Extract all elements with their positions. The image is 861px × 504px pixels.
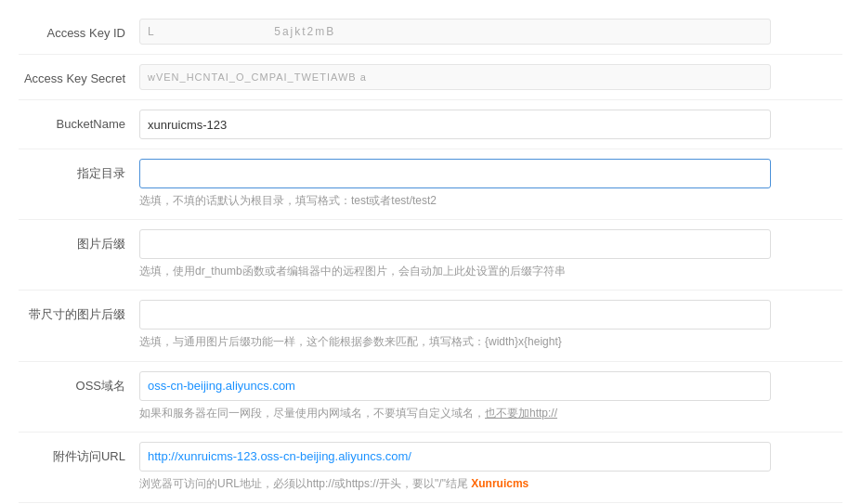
- hint-image-suffix: 选填，使用dr_thumb函数或者编辑器中的远程图片，会自动加上此处设置的后缀字…: [139, 263, 842, 280]
- access-key-secret-value: wVEN_HCNTAI_O_CMPAI_TWETIAWB a: [139, 64, 771, 90]
- settings-form: Access Key ID L 5ajkt2mB Access Key Secr…: [0, 0, 861, 504]
- hint-specified-dir: 选填，不填的话默认为根目录，填写格式：test或者test/test2: [139, 192, 842, 210]
- label-oss-domain: OSS域名: [19, 371, 139, 395]
- field-sized-image-suffix: 带尺寸的图片后缀 选填，与通用图片后缀功能一样，这个能根据参数来匹配，填写格式：…: [19, 291, 842, 361]
- content-bucket-name: [139, 110, 842, 139]
- field-image-suffix: 图片后缀 选填，使用dr_thumb函数或者编辑器中的远程图片，会自动加上此处设…: [19, 220, 842, 291]
- content-attachment-url: 浏览器可访问的URL地址，必须以http://或https://开头，要以"/"…: [139, 442, 842, 493]
- field-bucket-name: BucketName: [19, 100, 842, 149]
- label-sized-image-suffix: 带尺寸的图片后缀: [19, 300, 139, 324]
- hint-oss-domain: 如果和服务器在同一网段，尽量使用内网域名，不要填写自定义域名，也不要加http:…: [139, 405, 842, 422]
- content-image-suffix: 选填，使用dr_thumb函数或者编辑器中的远程图片，会自动加上此处设置的后缀字…: [139, 229, 842, 280]
- label-attachment-url: 附件访问URL: [19, 442, 139, 466]
- label-access-key-id: Access Key ID: [19, 19, 139, 43]
- specified-dir-input[interactable]: [139, 159, 771, 188]
- field-access-key-secret: Access Key Secret wVEN_HCNTAI_O_CMPAI_TW…: [19, 55, 842, 100]
- hint-attachment-url: 浏览器可访问的URL地址，必须以http://或https://开头，要以"/"…: [139, 475, 842, 493]
- label-specified-dir: 指定目录: [19, 159, 139, 183]
- content-access-key-secret: wVEN_HCNTAI_O_CMPAI_TWETIAWB a: [139, 64, 842, 90]
- oss-domain-input[interactable]: [139, 371, 771, 401]
- field-access-key-id: Access Key ID L 5ajkt2mB: [19, 9, 842, 55]
- field-specified-dir: 指定目录 选填，不填的话默认为根目录，填写格式：test或者test/test2: [19, 149, 842, 220]
- attachment-url-input[interactable]: [139, 442, 771, 472]
- sized-image-suffix-input[interactable]: [139, 300, 771, 330]
- brand-watermark: Xunruicms: [471, 477, 528, 490]
- image-suffix-input[interactable]: [139, 229, 771, 259]
- label-access-key-secret: Access Key Secret: [19, 64, 139, 88]
- label-bucket-name: BucketName: [19, 110, 139, 134]
- content-access-key-id: L 5ajkt2mB: [139, 19, 842, 45]
- field-attachment-url: 附件访问URL 浏览器可访问的URL地址，必须以http://或https://…: [19, 433, 842, 503]
- bucket-name-input[interactable]: [139, 110, 771, 139]
- field-oss-domain: OSS域名 如果和服务器在同一网段，尽量使用内网域名，不要填写自定义域名，也不要…: [19, 362, 842, 433]
- access-key-id-value: L 5ajkt2mB: [139, 19, 771, 45]
- hint-sized-image-suffix: 选填，与通用图片后缀功能一样，这个能根据参数来匹配，填写格式：{width}x{…: [139, 333, 842, 351]
- content-specified-dir: 选填，不填的话默认为根目录，填写格式：test或者test/test2: [139, 159, 842, 210]
- content-sized-image-suffix: 选填，与通用图片后缀功能一样，这个能根据参数来匹配，填写格式：{width}x{…: [139, 300, 842, 351]
- content-oss-domain: 如果和服务器在同一网段，尽量使用内网域名，不要填写自定义域名，也不要加http:…: [139, 371, 842, 422]
- label-image-suffix: 图片后缀: [19, 229, 139, 253]
